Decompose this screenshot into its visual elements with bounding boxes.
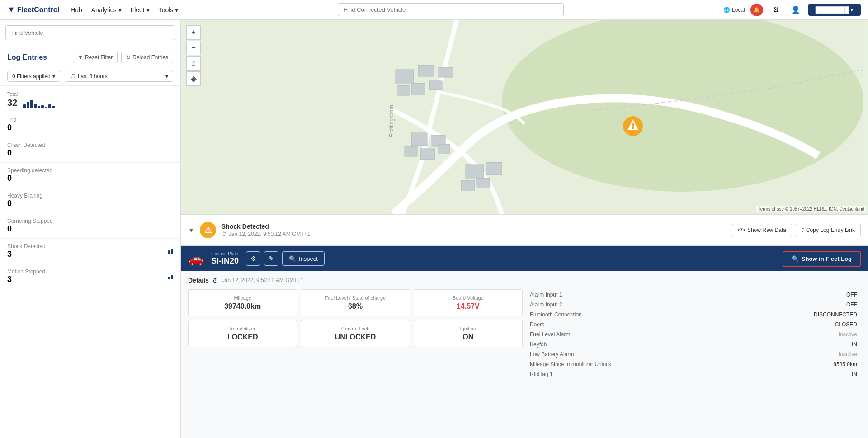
vehicle-edit-button[interactable]: ✎ [264, 251, 278, 266]
nav-analytics[interactable]: Analytics ▾ [91, 6, 122, 14]
total-stat: Total 32 [7, 86, 173, 112]
stat-item-inner: Shock Detected3 [7, 243, 46, 259]
copy-log-link-button[interactable]: ⤴ Copy Log Entry Link [796, 224, 861, 236]
info-label: Bluetooth Connection [527, 310, 740, 319]
reload-entries-button[interactable]: ↻ Reload Entries [121, 52, 173, 63]
map-svg: Eichlingsborn [181, 20, 868, 214]
stat-item-value: 0 [7, 123, 16, 132]
svg-rect-3 [418, 65, 434, 76]
mini-bar [171, 275, 173, 279]
info-label: Alarm Input 2 [527, 300, 740, 309]
stat-item-inner: Heavy Braking0 [7, 193, 42, 208]
info-value: CLOSED [741, 320, 860, 329]
info-table: Alarm Input 1OFFAlarm Input 2OFFBluetoot… [526, 289, 861, 380]
sidebar: Log Entries ▼ Reset Filter ↻ Reload Entr… [0, 20, 181, 438]
stat-item-label: Motion Stopped [7, 268, 45, 275]
reload-icon: ↻ [126, 54, 131, 61]
svg-rect-13 [466, 165, 484, 178]
stat-mini-bars [168, 249, 173, 254]
globe-icon: 🌐 [723, 7, 730, 13]
svg-rect-14 [486, 162, 502, 175]
filters-applied-badge[interactable]: 0 Filters applied ▾ [7, 71, 60, 82]
map-container: Eichlingsborn + − ⌂ ◈ Terms of use © 198… [181, 20, 868, 214]
stats-section: Total 32 [0, 86, 180, 112]
nav-search-input[interactable] [338, 3, 564, 16]
stat-item-inner: Crash Detected0 [7, 142, 45, 158]
vehicle-search-input[interactable] [5, 25, 175, 40]
stat-item-label: Speeding detected [7, 167, 52, 174]
svg-rect-5 [398, 85, 409, 95]
info-value: 8585.0km [741, 360, 860, 369]
stat-item: Speeding detected0 [0, 163, 180, 188]
map-home-button[interactable]: ⌂ [186, 56, 201, 71]
total-label: Total [7, 91, 18, 97]
user-icon[interactable]: 👤 [788, 3, 803, 17]
vehicle-plate-section: License Plate SI-IN20 [211, 251, 239, 266]
stat-item-inner: Speeding detected0 [7, 167, 52, 183]
svg-rect-8 [411, 133, 427, 146]
filter-icon: ▼ [78, 54, 83, 61]
event-actions: </> Show Raw Data ⤴ Copy Log Entry Link [732, 224, 861, 236]
stat-item-value: 0 [7, 174, 52, 183]
brand-icon: ▼ [7, 5, 15, 14]
sidebar-filters: 0 Filters applied ▾ ⏱ Last 3 hours ▾ [0, 67, 180, 86]
info-value: OFF [741, 300, 860, 309]
nav-fleet[interactable]: Fleet ▾ [131, 6, 150, 14]
event-time: Jan 12, 2022, 9:50:12 AM GMT+1 [229, 231, 310, 237]
nav-tools[interactable]: Tools ▾ [159, 6, 179, 14]
notification-icon[interactable]: 🔔 [750, 4, 763, 16]
map-zoom-out-button[interactable]: − [186, 41, 201, 55]
vehicle-bar: 🚗 License Plate SI-IN20 ⚙ ✎ 🔍 Inspect 🔍 … [181, 246, 868, 271]
nav-search-area [178, 3, 723, 16]
settings-icon[interactable]: ⚙ [769, 3, 783, 17]
stat-item: Motion Stopped3 [0, 264, 180, 289]
info-label: RfidTag 1 [527, 370, 740, 379]
bar-6 [41, 105, 44, 108]
stat-item-value: 0 [7, 224, 53, 234]
svg-text:Eichlingsborn: Eichlingsborn [388, 105, 395, 137]
nav-hub[interactable]: Hub [71, 6, 82, 14]
bar-4 [34, 104, 37, 108]
time-filter-selector[interactable]: ⏱ Last 3 hours ▾ [66, 71, 173, 82]
reset-filter-button[interactable]: ▼ Reset Filter [73, 52, 118, 63]
event-collapse-icon[interactable]: ▼ [188, 226, 194, 234]
event-title: Shock Detected [222, 223, 732, 230]
central-lock-card: Central Lock UNLOCKED [301, 320, 410, 347]
immobilizer-card: Immobilizer LOCKED [188, 320, 297, 347]
map-layers-button[interactable]: ◈ [186, 71, 201, 86]
ignition-card: Ignition ON [414, 320, 523, 347]
details-grid-top: Mileage 39740.0km Fuel Level / State of … [188, 289, 523, 316]
show-raw-data-button[interactable]: </> Show Raw Data [732, 224, 792, 236]
stat-item-value: 0 [7, 148, 45, 158]
stat-mini-bars [168, 274, 173, 279]
locale-selector[interactable]: 🌐 Local [723, 7, 745, 13]
inspect-button[interactable]: 🔍 Inspect [282, 251, 325, 266]
stat-item: Shock Detected3 [0, 239, 180, 264]
stat-item-label: Trip [7, 117, 16, 123]
show-in-fleet-log-button[interactable]: 🔍 Show in Fleet Log [783, 251, 861, 267]
info-label: Fuel Level Alarm [527, 330, 740, 339]
svg-rect-18 [632, 123, 634, 127]
chevron-down-icon: ▾ [52, 73, 55, 80]
bar-8 [48, 104, 51, 108]
info-value: inactive [741, 350, 860, 359]
map-zoom-in-button[interactable]: + [186, 25, 201, 40]
total-bar-chart [23, 99, 55, 108]
vehicle-plate-value: SI-IN20 [211, 256, 239, 266]
info-table-row: RfidTag 1IN [527, 370, 860, 379]
vehicle-settings-button[interactable]: ⚙ [246, 251, 260, 266]
info-table-row: Alarm Input 2OFF [527, 300, 860, 309]
brand: ▼ FleetControl [7, 5, 60, 14]
sidebar-action-buttons: ▼ Reset Filter ↻ Reload Entries [73, 52, 173, 63]
svg-rect-6 [429, 81, 442, 90]
details-info-panel: Alarm Input 1OFFAlarm Input 2OFFBluetoot… [526, 289, 861, 380]
map-content: Eichlingsborn + − ⌂ ◈ Terms of use © 198… [181, 20, 868, 438]
vehicle-action-buttons: ⚙ ✎ 🔍 Inspect [246, 251, 325, 266]
svg-rect-2 [396, 70, 414, 83]
info-table-row: DoorsCLOSED [527, 320, 860, 329]
bar-9 [52, 106, 55, 108]
bar-1 [23, 104, 26, 108]
info-value: IN [741, 370, 860, 379]
user-menu-button[interactable]: ████████ ▾ [808, 4, 861, 16]
svg-rect-11 [420, 149, 435, 160]
